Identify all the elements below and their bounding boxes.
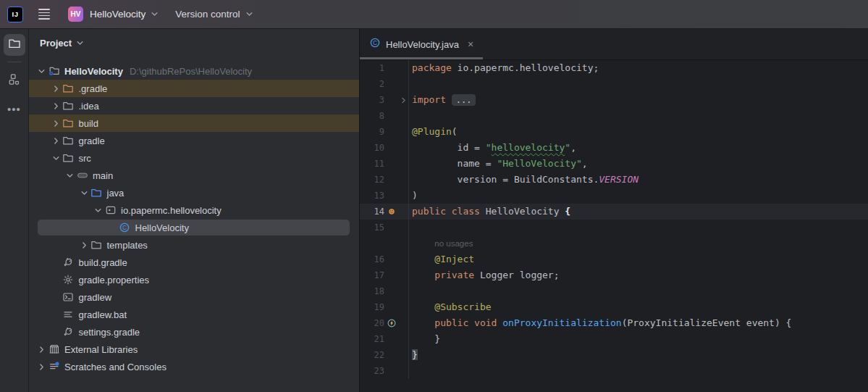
line-number[interactable]: 3	[360, 92, 384, 108]
chevron-down-icon[interactable]	[92, 204, 104, 216]
tree-row--idea[interactable]: .idea	[29, 97, 359, 114]
keyword: package	[412, 62, 452, 73]
project-tool-button[interactable]	[4, 34, 25, 56]
tree-row-io-papermc-hellovelocity[interactable]: io.papermc.hellovelocity	[29, 201, 359, 219]
vcs-menu-label[interactable]: Version control	[175, 9, 240, 20]
code-line[interactable]: 9@Plugin(	[360, 124, 868, 140]
line-number[interactable]: 18	[360, 283, 384, 299]
tab-hellovelocity-java[interactable]: C HelloVelocity.java ×	[360, 29, 483, 59]
fold-spacer	[399, 76, 409, 92]
tree-row-gradlew-bat[interactable]: gradlew.bat	[29, 306, 359, 323]
tree-row-build[interactable]: build	[29, 114, 359, 132]
code-line[interactable]: 3import ...	[360, 92, 868, 108]
project-panel-header[interactable]: Project	[29, 29, 359, 57]
line-number[interactable]	[360, 235, 384, 251]
line-number[interactable]: 11	[360, 156, 384, 172]
project-switcher-label[interactable]: HelloVelocity	[90, 9, 146, 20]
tab-close-icon[interactable]: ×	[466, 38, 475, 50]
line-number[interactable]: 12	[360, 172, 384, 188]
plugin-class-gutter-icon[interactable]	[384, 204, 399, 220]
chevron-right-icon[interactable]	[35, 361, 48, 372]
line-number[interactable]: 2	[360, 76, 384, 92]
code-line[interactable]: 16 @Inject	[360, 251, 868, 267]
tree-row-gradle[interactable]: gradle	[29, 132, 359, 149]
tree-row-templates[interactable]: templates	[29, 236, 359, 254]
chevron-right-icon[interactable]	[50, 135, 62, 146]
chevron-right-icon[interactable]	[50, 83, 62, 94]
line-number[interactable]: 23	[360, 363, 384, 379]
tree-row-java[interactable]: java	[29, 184, 359, 201]
tree-row-build-gradle[interactable]: build.gradle	[29, 254, 359, 271]
code-line[interactable]: 12 version = BuildConstants.VERSION	[360, 172, 868, 188]
line-number[interactable]: 8	[360, 108, 384, 124]
code-editor[interactable]: 1package io.papermc.hellovelocity;23impo…	[360, 60, 868, 392]
chevron-right-icon[interactable]	[50, 117, 62, 129]
line-number[interactable]: 13	[360, 188, 384, 204]
tree-row-settings-gradle[interactable]: settings.gradle	[29, 323, 359, 341]
line-number[interactable]: 15	[360, 220, 384, 235]
code-line[interactable]: 14public class HelloVelocity {	[360, 204, 868, 220]
tree-item-label: main	[93, 170, 113, 181]
project-badge[interactable]: HV	[68, 7, 83, 22]
code-line[interactable]: 10 id = "hellovelocity",	[360, 140, 868, 156]
line-number[interactable]: 10	[360, 140, 384, 156]
code-line[interactable]: 19 @Subscribe	[360, 299, 868, 315]
tree-row-main[interactable]: main	[29, 167, 359, 184]
fold-expand-icon[interactable]	[399, 92, 409, 108]
fold-spacer	[399, 331, 409, 347]
tree-row-hellovelocity[interactable]: CHelloVelocity	[29, 219, 359, 236]
code-text: id = "hellovelocity",	[409, 140, 576, 156]
line-number[interactable]: 21	[360, 331, 384, 347]
code-line[interactable]: 1package io.papermc.hellovelocity;	[360, 60, 868, 76]
annotation: @Subscribe	[434, 301, 491, 312]
sourceset-icon	[76, 170, 88, 181]
event-listener-gutter-icon[interactable]	[384, 315, 399, 331]
folder-icon	[62, 152, 75, 164]
main-menu-button[interactable]	[35, 6, 53, 22]
chevron-down-icon[interactable]	[35, 65, 48, 77]
gear-icon	[62, 274, 75, 285]
code-line[interactable]: 2	[360, 76, 868, 92]
code-line[interactable]: 15	[360, 220, 868, 235]
line-number[interactable]: 14	[360, 204, 384, 220]
more-tools-button[interactable]: •••	[4, 99, 25, 120]
line-number[interactable]: 1	[360, 60, 384, 76]
line-number[interactable]: 16	[360, 251, 384, 267]
code-line[interactable]: 17 private Logger logger;	[360, 267, 868, 283]
code-line[interactable]: 21 }	[360, 331, 868, 347]
code-line[interactable]: 20 public void onProxyInitialization(Pro…	[360, 315, 868, 331]
chevron-right-icon[interactable]	[50, 100, 62, 112]
chevron-down-icon[interactable]	[50, 152, 62, 164]
code-line[interactable]: 8	[360, 108, 868, 124]
chevron-down-icon[interactable]	[245, 9, 254, 19]
intellij-logo-icon[interactable]: IJ	[7, 7, 23, 22]
tree-row-scratches-and-consoles[interactable]: Scratches and Consoles	[29, 358, 359, 375]
inlay-line[interactable]: no usages	[360, 235, 868, 251]
code-line[interactable]: 13)	[360, 188, 868, 204]
line-number[interactable]: 17	[360, 267, 384, 283]
line-number[interactable]: 22	[360, 347, 384, 363]
modules-tool-button[interactable]	[4, 70, 25, 91]
plain-text: ,	[570, 142, 576, 153]
chevron-right-icon[interactable]	[35, 343, 48, 355]
tree-row-gradle-properties[interactable]: gradle.properties	[29, 271, 359, 288]
tree-row-src[interactable]: src	[29, 149, 359, 167]
line-number[interactable]: 9	[360, 124, 384, 140]
code-line[interactable]: 23	[360, 363, 868, 379]
line-number[interactable]: 19	[360, 299, 384, 315]
tree-row-gradlew[interactable]: gradlew	[29, 288, 359, 306]
tree-row-external-libraries[interactable]: External Libraries	[29, 341, 359, 358]
tree-row--gradle[interactable]: .gradle	[29, 80, 359, 97]
code-line[interactable]: 18	[360, 283, 868, 299]
line-number[interactable]: 20	[360, 315, 384, 331]
fold-spacer	[399, 60, 409, 76]
tree-row-hellovelocity[interactable]: HelloVelocityD:\githubRePos\HelloVelocit…	[29, 62, 359, 80]
code-text: public class HelloVelocity {	[409, 204, 570, 220]
chevron-down-icon[interactable]	[150, 9, 159, 19]
fold-spacer	[399, 363, 409, 379]
chevron-down-icon[interactable]	[78, 187, 90, 199]
code-line[interactable]: 22}	[360, 347, 868, 363]
chevron-down-icon[interactable]	[64, 170, 76, 181]
code-line[interactable]: 11 name = "HelloVelocity",	[360, 156, 868, 172]
chevron-right-icon[interactable]	[78, 239, 90, 251]
